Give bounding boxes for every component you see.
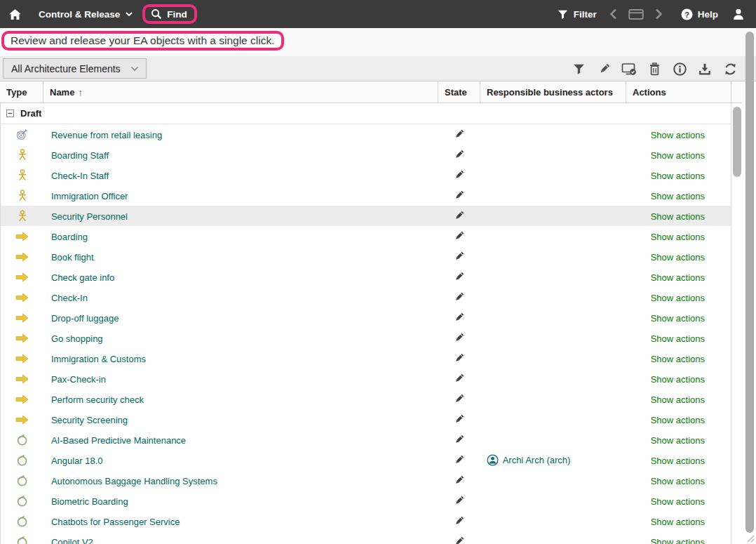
edit-state-icon[interactable] (453, 536, 465, 544)
table-row[interactable]: Biometric BoardingShow actions (1, 491, 731, 511)
show-actions-link[interactable]: Show actions (651, 191, 705, 201)
refresh-button[interactable] (722, 61, 738, 77)
delete-button[interactable] (647, 61, 662, 77)
edit-state-icon[interactable] (453, 373, 465, 385)
show-actions-link[interactable]: Show actions (651, 150, 705, 161)
object-name-link[interactable]: Security Personnel (51, 211, 128, 222)
object-name-link[interactable]: Security Screening (51, 415, 128, 425)
table-row[interactable]: Chatbots for Passenger ServiceShow actio… (1, 511, 731, 531)
edit-state-icon[interactable] (453, 393, 465, 405)
collapse-group-icon[interactable] (6, 110, 14, 117)
edit-state-icon[interactable] (453, 291, 465, 303)
object-name-link[interactable]: Immigration Officer (51, 191, 128, 201)
column-header-name[interactable]: Name ↑ (43, 81, 438, 102)
scope-filter-dropdown[interactable]: All Architecture Elements (3, 58, 147, 79)
edit-state-icon[interactable] (453, 352, 465, 364)
table-row[interactable]: Check gate infoShow actions (1, 267, 731, 287)
table-row[interactable]: Angular 18.0Archi Arch (arch)Show action… (1, 450, 731, 470)
edit-state-icon[interactable] (453, 271, 465, 283)
show-actions-link[interactable]: Show actions (651, 374, 705, 385)
object-name-link[interactable]: Chatbots for Passenger Service (51, 517, 180, 527)
resize-grip-icon[interactable] (745, 533, 755, 543)
info-button[interactable] (672, 61, 687, 77)
object-name-link[interactable]: Biometric Boarding (51, 496, 128, 507)
edit-state-icon[interactable] (453, 434, 465, 446)
edit-state-icon[interactable] (453, 413, 465, 425)
object-name-link[interactable]: Angular 18.0 (51, 456, 103, 466)
show-actions-link[interactable]: Show actions (651, 252, 705, 263)
table-row[interactable]: Perform security checkShow actions (1, 389, 731, 409)
table-row[interactable]: Security PersonnelShow actions (1, 206, 731, 226)
column-header-actions[interactable]: Actions (626, 81, 731, 102)
module-menu-button[interactable]: Control & Release (39, 9, 133, 20)
edit-state-icon[interactable] (453, 190, 465, 201)
filter-button[interactable] (571, 61, 586, 77)
show-actions-link[interactable]: Show actions (651, 354, 705, 364)
show-actions-link[interactable]: Show actions (651, 171, 705, 181)
edit-state-icon[interactable] (453, 149, 465, 161)
table-row[interactable]: Copilot V2Show actions (1, 531, 731, 544)
object-name-link[interactable]: Check-In Staff (51, 171, 109, 181)
column-header-type[interactable]: Type (0, 81, 43, 102)
show-actions-link[interactable]: Show actions (651, 333, 705, 344)
table-row[interactable]: Drop-off luggageShow actions (1, 307, 731, 328)
table-row[interactable]: Autonomous Baggage Handling SystemsShow … (1, 470, 731, 491)
table-row[interactable]: Immigration & CustomsShow actions (1, 348, 731, 369)
edit-state-icon[interactable] (453, 332, 465, 344)
object-name-link[interactable]: Check-In (51, 293, 88, 303)
show-actions-link[interactable]: Show actions (651, 435, 705, 446)
edit-state-icon[interactable] (453, 515, 465, 527)
table-row[interactable]: Pax-Check-inShow actions (1, 369, 731, 389)
show-actions-link[interactable]: Show actions (651, 476, 705, 486)
edit-state-icon[interactable] (453, 475, 465, 486)
global-filter-button[interactable]: Filter (557, 8, 597, 20)
show-actions-link[interactable]: Show actions (651, 537, 705, 544)
responsible-actor-link[interactable]: Archi Arch (arch) (503, 455, 571, 465)
object-name-link[interactable]: AI-Based Predictive Maintenance (51, 435, 186, 446)
nav-back-icon[interactable] (609, 8, 617, 20)
group-row-draft[interactable]: Draft (1, 103, 731, 124)
edit-state-icon[interactable] (453, 454, 465, 466)
table-row[interactable]: Check-In StaffShow actions (1, 165, 731, 185)
object-name-link[interactable]: Check gate info (51, 272, 114, 283)
edit-state-icon[interactable] (453, 251, 465, 263)
show-actions-link[interactable]: Show actions (651, 517, 705, 527)
show-actions-link[interactable]: Show actions (651, 394, 705, 405)
nav-forward-icon[interactable] (655, 8, 663, 20)
table-row[interactable]: BoardingShow actions (1, 226, 731, 246)
edit-state-icon[interactable] (453, 169, 465, 181)
release-check-button[interactable] (621, 61, 637, 77)
show-actions-link[interactable]: Show actions (651, 130, 705, 140)
user-account-icon[interactable] (732, 8, 745, 20)
show-actions-link[interactable]: Show actions (651, 272, 705, 283)
show-actions-link[interactable]: Show actions (651, 415, 705, 425)
edit-button[interactable] (596, 61, 612, 77)
find-button[interactable]: Find (151, 8, 187, 20)
edit-state-icon[interactable] (453, 230, 465, 242)
edit-state-icon[interactable] (453, 128, 465, 140)
object-name-link[interactable]: Copilot V2 (51, 537, 93, 544)
table-scrollbar-thumb[interactable] (733, 107, 741, 177)
page-scrollbar-thumb[interactable] (745, 32, 754, 533)
object-name-link[interactable]: Perform security check (51, 394, 144, 405)
object-name-link[interactable]: Boarding (51, 232, 88, 242)
object-name-link[interactable]: Go shopping (51, 333, 103, 344)
column-header-state[interactable]: State (438, 81, 480, 102)
object-name-link[interactable]: Immigration & Customs (51, 354, 146, 364)
show-actions-link[interactable]: Show actions (651, 456, 705, 466)
home-button[interactable] (8, 8, 22, 20)
object-name-link[interactable]: Pax-Check-in (51, 374, 106, 385)
table-row[interactable]: Immigration OfficerShow actions (1, 185, 731, 206)
table-row[interactable]: AI-Based Predictive MaintenanceShow acti… (1, 430, 731, 450)
object-name-link[interactable]: Boarding Staff (51, 150, 109, 161)
open-windows-icon[interactable] (628, 8, 644, 20)
show-actions-link[interactable]: Show actions (651, 211, 705, 222)
object-name-link[interactable]: Book flight (51, 252, 94, 263)
table-row[interactable]: Check-InShow actions (1, 287, 731, 307)
table-row[interactable]: Boarding StaffShow actions (1, 145, 731, 165)
edit-state-icon[interactable] (453, 210, 465, 222)
show-actions-link[interactable]: Show actions (651, 232, 705, 242)
object-name-link[interactable]: Revenue from retail leasing (51, 130, 162, 140)
show-actions-link[interactable]: Show actions (651, 313, 705, 324)
table-row[interactable]: Security ScreeningShow actions (1, 409, 731, 430)
